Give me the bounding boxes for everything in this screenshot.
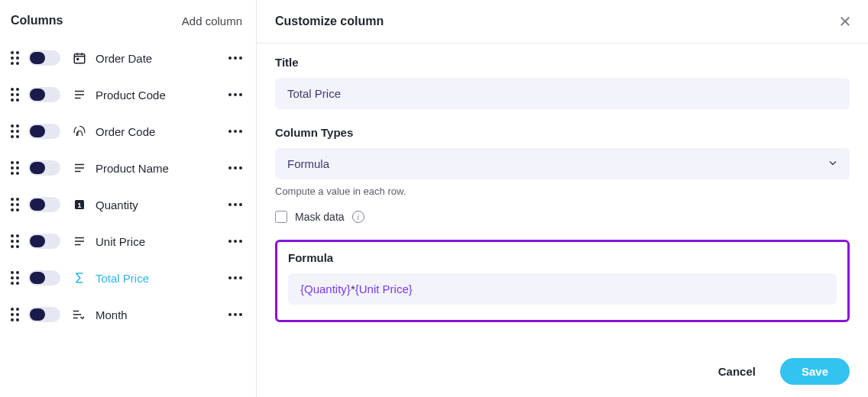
title-label: Title [275, 56, 850, 69]
column-row[interactable]: Order Date [8, 40, 248, 76]
drag-handle-icon[interactable] [11, 161, 19, 175]
visibility-toggle[interactable] [28, 197, 60, 212]
column-row[interactable]: Product Name [8, 150, 248, 186]
column-label: Product Name [96, 162, 225, 175]
sidebar-title: Columns [11, 14, 63, 27]
close-button[interactable] [834, 11, 856, 32]
column-label: Product Code [96, 89, 225, 102]
fingerprint-icon [71, 124, 88, 138]
text-icon [71, 88, 88, 102]
formula-token-a: {Quantity} [300, 282, 351, 295]
save-button[interactable]: Save [780, 358, 850, 385]
drag-handle-icon[interactable] [11, 198, 19, 211]
row-menu-button[interactable] [225, 237, 245, 246]
panel-title: Customize column [275, 15, 384, 28]
cancel-button[interactable]: Cancel [714, 359, 760, 384]
visibility-toggle[interactable] [28, 124, 60, 139]
visibility-toggle[interactable] [28, 270, 60, 286]
calendar-icon [71, 51, 88, 65]
drag-handle-icon[interactable] [11, 88, 19, 102]
drag-handle-icon[interactable] [11, 308, 19, 321]
svg-rect-0 [74, 54, 85, 63]
sort-icon [71, 308, 88, 321]
customize-panel: Customize column Title Column Types Form… [257, 0, 868, 397]
formula-input[interactable]: {Quantity}*{Unit Price} [288, 273, 837, 305]
mask-data-label: Mask data [295, 211, 345, 223]
column-row[interactable]: Product Code [8, 76, 248, 113]
visibility-toggle[interactable] [28, 307, 60, 322]
column-row[interactable]: Unit Price [8, 223, 248, 260]
column-label: Quantity [96, 198, 225, 211]
title-input[interactable] [275, 78, 850, 109]
column-label: Order Date [96, 52, 225, 65]
info-icon[interactable]: i [352, 211, 364, 223]
visibility-toggle[interactable] [28, 160, 60, 176]
column-row[interactable]: Order Code [8, 113, 248, 150]
drag-handle-icon[interactable] [11, 271, 19, 285]
formula-section: Formula {Quantity}*{Unit Price} [275, 240, 850, 322]
formula-token-b: {Unit Price} [355, 282, 413, 295]
column-type-value: Formula [287, 157, 329, 170]
column-label: Unit Price [96, 235, 225, 248]
row-menu-button[interactable] [225, 127, 245, 136]
row-menu-button[interactable] [225, 200, 245, 209]
column-row[interactable]: Total Price [8, 260, 248, 296]
visibility-toggle[interactable] [28, 50, 60, 66]
column-row[interactable]: Month [8, 296, 248, 333]
columns-sidebar: Columns Add column Order DateProduct Cod… [0, 0, 257, 397]
text-icon [71, 161, 88, 175]
formula-label: Formula [288, 251, 837, 264]
text-icon [71, 234, 88, 248]
svg-rect-1 [76, 58, 79, 60]
column-label: Total Price [96, 272, 225, 285]
row-menu-button[interactable] [225, 273, 245, 282]
column-row[interactable]: 1Quantity [8, 186, 248, 223]
row-menu-button[interactable] [225, 53, 245, 63]
column-label: Order Code [96, 125, 225, 138]
row-menu-button[interactable] [225, 163, 245, 173]
column-type-select[interactable]: Formula [275, 148, 850, 179]
mask-data-checkbox[interactable] [275, 211, 287, 223]
row-menu-button[interactable] [225, 90, 245, 99]
add-column-button[interactable]: Add column [182, 15, 242, 27]
visibility-toggle[interactable] [28, 234, 60, 249]
drag-handle-icon[interactable] [11, 124, 19, 138]
drag-handle-icon[interactable] [11, 234, 19, 248]
svg-text:1: 1 [77, 202, 81, 209]
number-icon: 1 [71, 198, 88, 211]
column-type-hint: Compute a value in each row. [275, 186, 850, 197]
visibility-toggle[interactable] [28, 87, 60, 102]
sigma-icon [71, 271, 88, 285]
column-list: Order DateProduct CodeOrder CodeProduct … [8, 40, 248, 333]
chevron-down-icon [827, 157, 839, 171]
column-label: Month [96, 308, 225, 321]
row-menu-button[interactable] [225, 310, 245, 319]
column-types-label: Column Types [275, 126, 850, 139]
drag-handle-icon[interactable] [11, 51, 19, 65]
